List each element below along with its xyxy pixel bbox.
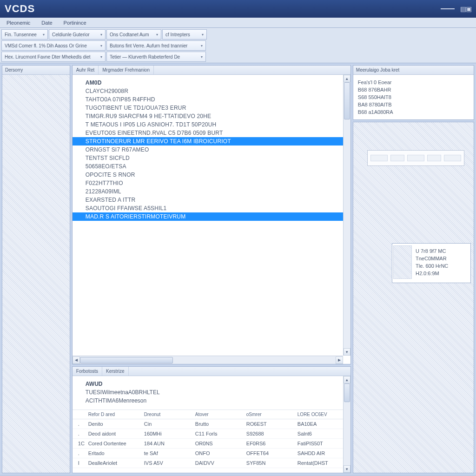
list-item[interactable]: F022HT7THIO — [86, 179, 350, 187]
hscroll-thumb[interactable] — [80, 357, 173, 364]
list-item[interactable]: EVEUTO0S EINEETRND.RVAL C5 D7B6 0509 BUR… — [86, 129, 350, 137]
info-line: B68 876BAHR — [358, 86, 469, 93]
cell: OR0NS — [192, 439, 244, 448]
list-item[interactable]: EXARSTED A ITTR — [86, 196, 350, 204]
scroll-up-icon[interactable]: ▲ — [344, 376, 350, 383]
toolbar-button[interactable]: Butons fint Verre. Aufurn fred tnannier▾ — [106, 40, 206, 51]
cell: I — [75, 458, 86, 468]
scroll-right-icon[interactable]: ▶ — [336, 357, 343, 364]
bottom-vscroll[interactable]: ▲ ▼ — [343, 376, 350, 473]
scroll-down-icon[interactable]: ▼ — [344, 465, 350, 473]
list-tab[interactable]: Mrgmader Frehmanion — [99, 66, 154, 74]
cell: Brutto — [192, 419, 244, 429]
bottom-tab[interactable]: Forbotosts — [73, 367, 102, 376]
chevron-down-icon: ▾ — [98, 44, 102, 48]
toolbar-row-3: Hex. Lirucrnont Favne Dter Mhekedls diet… — [1, 51, 475, 62]
info-panel-header: Meerulaigo Joba kret — [353, 66, 474, 75]
scroll-left-icon[interactable]: ◀ — [73, 357, 80, 364]
overlay-line: TneC0MMAR — [416, 255, 448, 262]
info-panel-1: Meerulaigo Joba kret Fea's'l 0 EoearB68 … — [353, 65, 474, 120]
menu-item[interactable]: Portinince — [58, 19, 92, 27]
cell: 184 AUN — [141, 439, 192, 448]
column-header[interactable]: oSmrer — [244, 410, 295, 419]
cell: IVS A5V — [141, 458, 192, 468]
list-item[interactable]: 50658EO/ETSA — [86, 162, 350, 171]
table-row[interactable]: 1CCored Oortentee184 AUNOR0NSEF0RS6FatiP… — [73, 439, 350, 449]
scroll-down-icon[interactable]: ▼ — [344, 348, 350, 356]
cell: . — [75, 429, 86, 438]
title-bar: VCDS ▤▣ — [0, 0, 476, 18]
cell: C11 Forls — [192, 429, 244, 438]
info-line: BA8 8780AITB — [358, 101, 469, 108]
toolbar-button[interactable]: VMSd Comer fl. 1% Dih Aaoss Or Grine▾ — [1, 40, 106, 51]
list-item[interactable]: 21228A09IML — [86, 187, 350, 196]
column-header[interactable]: Dreonut — [141, 410, 192, 419]
toolbar-button[interactable]: Celdiunle Guterior▾ — [49, 29, 106, 40]
cell: Denito — [86, 419, 141, 429]
column-header[interactable]: Atover — [192, 410, 244, 419]
cell: Cin — [141, 419, 192, 429]
toolbar-button[interactable]: Fin. Tunsennee▾ — [1, 29, 48, 40]
left-panel-header: Dersorry — [2, 66, 70, 75]
overlay-card: U 7r8 9f7 MCTneC0MMARTle. 600 HrNCH2.0:6… — [392, 243, 471, 283]
minimize-icon[interactable] — [441, 8, 455, 9]
toolbar-button[interactable]: Ons Codtanet Aum▾ — [106, 29, 161, 40]
column-header[interactable] — [75, 410, 86, 419]
toolbar-button[interactable]: Tetier — Klurverth Rabeterferd De▾ — [106, 52, 206, 62]
table-row[interactable]: .Deod aidont160MHiC11 ForlsS92688Salnt6 — [73, 429, 350, 439]
chevron-down-icon: ▾ — [98, 55, 102, 59]
list-tab[interactable]: Auhr Ret — [73, 66, 99, 74]
cell: DealleAriolet — [86, 458, 141, 468]
overlay-hatch — [393, 245, 412, 279]
list-item[interactable]: CLAYCH29008R — [86, 87, 350, 95]
preview-panel: U 7r8 9f7 MCTneC0MMARTle. 600 HrNCH2.0:6… — [353, 122, 474, 473]
left-panel-hatch — [2, 75, 70, 473]
scroll-thumb[interactable] — [344, 383, 350, 402]
list-item[interactable]: SAOUTOGI FFAIWSE A5SHIL1 — [86, 204, 350, 212]
cell: 1C — [75, 439, 86, 448]
toolbar-row-2: VMSd Comer fl. 1% Dih Aaoss Or Grine▾But… — [1, 40, 475, 51]
column-header[interactable]: Refor D ared — [86, 410, 141, 419]
cell: SAHDD AIR — [295, 449, 350, 458]
scroll-thumb[interactable] — [344, 82, 350, 119]
cell: . — [75, 419, 86, 429]
toolbar-button[interactable]: cf Intrepters▾ — [162, 29, 207, 40]
grid-header: Refor D aredDreonutAtoveroSmrerLORE OC6E… — [73, 410, 350, 419]
info-line: S68 550HAIT8 — [358, 93, 469, 101]
table-row[interactable]: IDealleArioletIVS A5VDAIDVVSYF85NRentat(… — [73, 458, 350, 468]
cell: RO6EST — [244, 419, 295, 429]
menu-item[interactable]: Date — [36, 19, 58, 27]
list-item[interactable]: MAD.R S AITORIERSTIRMOTEIVRUM — [73, 212, 350, 221]
list-item[interactable]: TENTST SICFLD — [86, 154, 350, 162]
menu-bar: PleonemicDatePortinince — [0, 18, 476, 28]
column-header[interactable]: LORE OC6EV — [295, 410, 350, 419]
menu-item[interactable]: Pleonemic — [1, 19, 36, 27]
cell: 160MHi — [141, 429, 192, 438]
code-list[interactable]: AM0DCLAYCH29008RTAHTO0A 07IP85 R4FFHDTUG… — [73, 75, 350, 221]
toolbar-button[interactable]: Hex. Lirucrnont Favne Dter Mhekedls diet… — [1, 52, 106, 62]
cell: Cored Oortentee — [86, 439, 141, 448]
list-item[interactable]: T METAOUS I IP05 LIG ASNIOH7. TD1T 50P20… — [86, 120, 350, 129]
horizontal-scrollbar[interactable]: ◀ ▶ — [73, 356, 343, 364]
cell: DAIDVV — [192, 458, 244, 468]
scroll-up-icon[interactable]: ▲ — [344, 75, 350, 82]
list-item[interactable]: STROTINOERUR LMR EERIVO TEA I6M IBROICUR… — [73, 137, 350, 145]
list-item[interactable]: TIMGR.RU9 SIARCFM4 9 HE-TTATIDEVO 20HE — [86, 112, 350, 120]
list-item[interactable]: ORNGST SI7 R67AMEO — [86, 145, 350, 154]
table-row[interactable]: .DenitoCinBruttoRO6ESTBA10EA — [73, 419, 350, 429]
list-item[interactable]: OPOCITE S RNOR — [86, 171, 350, 179]
chevron-down-icon: ▾ — [153, 33, 158, 37]
bottom-body: AWUDTUESIWilmeetnaA0BRHLTELACITHTIMA6Men… — [73, 376, 350, 473]
bottom-tab[interactable]: Kerstrize — [102, 367, 128, 376]
list-item[interactable]: TAHTO0A 07IP85 R4FFHD — [86, 95, 350, 104]
vertical-scrollbar[interactable]: ▲ ▼ — [343, 75, 350, 356]
preview-slot — [367, 150, 464, 166]
cell: FatiPIS50T — [295, 439, 350, 448]
app-title: VCDS — [5, 3, 35, 15]
chevron-down-icon: ▾ — [198, 55, 203, 59]
list-item[interactable]: TUGOTIBENT UE TD1/OUA7E3 ERUR — [86, 104, 350, 112]
toolbar: Fin. Tunsennee▾Celdiunle Guterior▾Ons Co… — [0, 28, 476, 63]
list-item[interactable]: AM0D — [86, 79, 350, 87]
table-row[interactable]: .Eritadote SAfONFOOFFET64SAHDD AIR — [73, 449, 350, 458]
overlay-text: U 7r8 9f7 MCTneC0MMARTle. 600 HrNCH2.0:6… — [412, 245, 452, 279]
